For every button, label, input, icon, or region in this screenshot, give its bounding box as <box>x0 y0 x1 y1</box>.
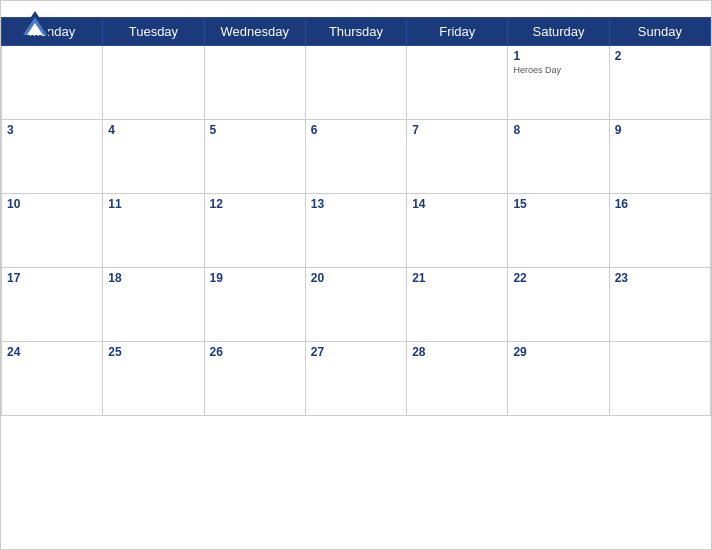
calendar-cell: 17 <box>2 268 103 342</box>
day-number: 29 <box>513 345 603 359</box>
day-number: 8 <box>513 123 603 137</box>
day-number: 3 <box>7 123 97 137</box>
day-number: 15 <box>513 197 603 211</box>
day-number: 16 <box>615 197 705 211</box>
day-number: 11 <box>108 197 198 211</box>
calendar-cell: 27 <box>305 342 406 416</box>
calendar-cell: 6 <box>305 120 406 194</box>
calendar-cell: 20 <box>305 268 406 342</box>
day-number: 26 <box>210 345 300 359</box>
calendar-cell: 23 <box>609 268 710 342</box>
calendar-cell: 16 <box>609 194 710 268</box>
day-number: 17 <box>7 271 97 285</box>
day-number: 9 <box>615 123 705 137</box>
calendar-cell <box>305 46 406 120</box>
day-number: 14 <box>412 197 502 211</box>
weekday-header-sunday: Sunday <box>609 18 710 46</box>
calendar-cell: 9 <box>609 120 710 194</box>
week-row-1: 1Heroes Day2 <box>2 46 711 120</box>
week-row-5: 242526272829 <box>2 342 711 416</box>
logo-area <box>17 9 53 39</box>
day-number: 21 <box>412 271 502 285</box>
day-number: 13 <box>311 197 401 211</box>
calendar-cell: 3 <box>2 120 103 194</box>
day-number: 5 <box>210 123 300 137</box>
weekday-header-saturday: Saturday <box>508 18 609 46</box>
day-number: 10 <box>7 197 97 211</box>
calendar-grid: MondayTuesdayWednesdayThursdayFridaySatu… <box>1 17 711 416</box>
generalblue-icon <box>17 9 53 37</box>
calendar-cell: 18 <box>103 268 204 342</box>
calendar-cell: 15 <box>508 194 609 268</box>
calendar-wrapper: MondayTuesdayWednesdayThursdayFridaySatu… <box>0 0 712 550</box>
calendar-cell <box>103 46 204 120</box>
calendar-cell: 5 <box>204 120 305 194</box>
day-number: 2 <box>615 49 705 63</box>
week-row-3: 10111213141516 <box>2 194 711 268</box>
calendar-cell <box>2 46 103 120</box>
calendar-cell: 13 <box>305 194 406 268</box>
weekday-header-friday: Friday <box>407 18 508 46</box>
day-number: 28 <box>412 345 502 359</box>
calendar-cell: 11 <box>103 194 204 268</box>
week-row-4: 17181920212223 <box>2 268 711 342</box>
calendar-cell: 7 <box>407 120 508 194</box>
calendar-cell: 8 <box>508 120 609 194</box>
day-number: 22 <box>513 271 603 285</box>
calendar-cell: 22 <box>508 268 609 342</box>
day-number: 27 <box>311 345 401 359</box>
weekday-header-tuesday: Tuesday <box>103 18 204 46</box>
day-number: 4 <box>108 123 198 137</box>
calendar-cell: 25 <box>103 342 204 416</box>
calendar-cell: 21 <box>407 268 508 342</box>
weekday-header-thursday: Thursday <box>305 18 406 46</box>
calendar-cell: 19 <box>204 268 305 342</box>
calendar-header <box>1 1 711 17</box>
day-number: 18 <box>108 271 198 285</box>
calendar-cell: 26 <box>204 342 305 416</box>
calendar-cell: 29 <box>508 342 609 416</box>
day-number: 6 <box>311 123 401 137</box>
calendar-cell: 2 <box>609 46 710 120</box>
calendar-cell: 12 <box>204 194 305 268</box>
calendar-cell: 24 <box>2 342 103 416</box>
day-number: 25 <box>108 345 198 359</box>
day-number: 19 <box>210 271 300 285</box>
calendar-cell: 10 <box>2 194 103 268</box>
calendar-cell: 4 <box>103 120 204 194</box>
weekday-header-wednesday: Wednesday <box>204 18 305 46</box>
day-number: 1 <box>513 49 603 63</box>
day-number: 23 <box>615 271 705 285</box>
day-number: 12 <box>210 197 300 211</box>
holiday-label: Heroes Day <box>513 65 603 75</box>
day-number: 7 <box>412 123 502 137</box>
calendar-cell: 14 <box>407 194 508 268</box>
calendar-cell <box>407 46 508 120</box>
weekday-header-row: MondayTuesdayWednesdayThursdayFridaySatu… <box>2 18 711 46</box>
calendar-cell: 1Heroes Day <box>508 46 609 120</box>
day-number: 20 <box>311 271 401 285</box>
calendar-cell: 28 <box>407 342 508 416</box>
calendar-cell <box>204 46 305 120</box>
calendar-cell <box>609 342 710 416</box>
week-row-2: 3456789 <box>2 120 711 194</box>
day-number: 24 <box>7 345 97 359</box>
